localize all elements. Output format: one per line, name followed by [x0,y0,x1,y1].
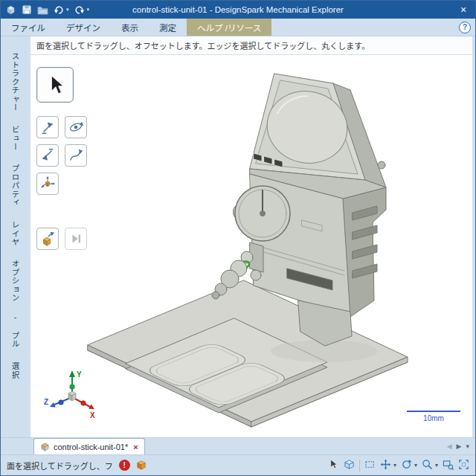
box-select-icon[interactable] [364,459,376,472]
help-button[interactable]: ? [454,19,475,36]
scale-indicator: 10mm [407,411,460,422]
status-component-icon[interactable] [344,459,355,472]
app-icon [5,4,16,16]
pan-dropdown-icon[interactable]: ▾ [393,462,396,469]
blend-tool-button[interactable] [65,144,87,167]
tab-next-icon[interactable]: ▶ [457,443,462,450]
status-bar: 面を選択してドラッグし、フ ! ▾ [1,454,475,475]
panel-tab-strip: ストラクチャー ビュー プロパティ レイヤ オプション - プル 選択 [1,36,30,437]
tool-palette [36,67,87,250]
sidebar-tab-options-pull[interactable]: オプション - プル [10,260,22,349]
tab-close-icon[interactable]: × [133,443,138,451]
save-button[interactable] [22,4,32,15]
help-icon: ? [459,22,471,33]
zoom-dropdown-icon[interactable]: ▾ [435,462,438,469]
cube-arrow-icon [39,231,56,247]
main-area: 面を選択してドラッグし、オフセットします。エッジを選択してドラッグし、丸くします… [30,36,472,437]
pull-arrow-icon [39,119,56,135]
orbit-tool-button[interactable] [65,116,87,138]
menu-measure[interactable]: 測定 [149,19,187,36]
pull-copy-tool-button[interactable] [36,228,59,250]
open-button[interactable] [37,5,48,15]
zoom-extents-icon[interactable] [458,459,469,472]
menu-help-resources[interactable]: ヘルプ /リソース [187,19,271,36]
error-icon[interactable]: ! [119,460,130,471]
component-warning-icon[interactable] [136,460,147,472]
move-3d-icon [39,176,56,192]
tab-navigation: ◀ ▶ ▾ [447,438,475,454]
sidebar-tab-properties[interactable]: プロパティ [10,164,22,208]
sidebar-tab-views[interactable]: ビュー [10,126,22,152]
menu-design[interactable]: デザイン [56,19,111,36]
viewport-canvas[interactable]: Y X Z 10mm [30,55,472,437]
play-forward-button[interactable] [65,228,87,250]
sidebar-tab-structure[interactable]: ストラクチャー [10,52,22,112]
sidebar-tab-selection[interactable]: 選択 [10,362,22,379]
document-tab-bar: control-stick-unit-01* × ◀ ▶ ▾ [1,437,475,454]
spin-dropdown-icon[interactable]: ▾ [414,462,417,469]
select-tool-button[interactable] [36,67,74,103]
axis-triad: Y X Z [42,367,102,421]
axis-z-label: Z [44,398,48,406]
move-tool-button[interactable] [36,144,59,167]
scale-label: 10mm [407,414,460,422]
step-forward-icon [68,231,84,247]
select-cursor-icon [45,74,65,95]
title-bar: ▾ ▾ control-stick-unit-01 - DesignSpark … [1,1,475,19]
zoom-icon[interactable] [422,459,433,472]
status-select-cursor-icon[interactable] [328,459,339,472]
axis-y-label: Y [77,370,82,379]
blend-curve-icon [68,147,84,164]
zoom-window-icon[interactable] [443,459,454,472]
app-window: ▾ ▾ control-stick-unit-01 - DesignSpark … [0,0,476,476]
redo-dropdown-icon[interactable]: ▾ [87,7,90,13]
document-tab[interactable]: control-stick-unit-01* × [33,438,145,454]
hint-bar: 面を選択してドラッグし、オフセットします。エッジを選択してドラッグし、丸くします… [30,36,472,55]
tab-list-icon[interactable]: ▾ [466,443,469,450]
pan-icon[interactable] [380,459,391,472]
move-arrow-icon [39,147,56,164]
move-3d-tool-button[interactable] [36,173,59,195]
menu-view[interactable]: 表示 [111,19,149,36]
axis-x-label: X [90,411,95,419]
sidebar-tab-layers[interactable]: レイヤ [10,221,22,247]
toolbar-separator [359,460,360,472]
close-button[interactable]: × [451,1,475,19]
view-toolbar: ▾ ▾ ▾ [328,459,469,472]
tab-prev-icon[interactable]: ◀ [447,443,452,450]
orbit-icon [68,119,84,135]
scale-line [407,411,460,412]
undo-button[interactable] [54,5,64,15]
redo-button[interactable] [74,5,85,15]
spin-icon[interactable] [401,459,412,472]
menu-file[interactable]: ファイル [1,19,56,36]
pull-tool-button[interactable] [36,116,59,138]
menu-bar: ファイル デザイン 表示 測定 ヘルプ /リソース ? [1,19,475,36]
document-icon [40,442,50,451]
status-message: 面を選択してドラッグし、フ [7,460,113,472]
undo-dropdown-icon[interactable]: ▾ [66,7,69,13]
document-tab-label: control-stick-unit-01* [54,443,128,451]
